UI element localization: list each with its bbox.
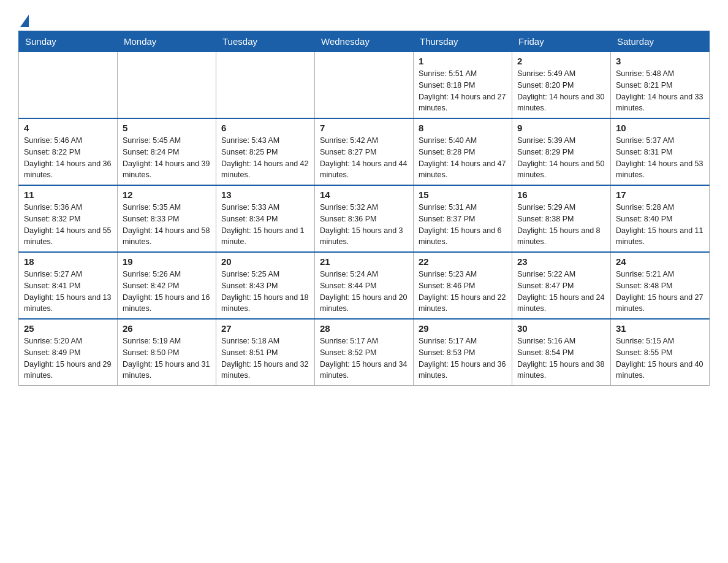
calendar-week-row-1: 1Sunrise: 5:51 AM Sunset: 8:18 PM Daylig… — [19, 52, 710, 119]
day-number: 12 — [123, 190, 211, 200]
day-number: 27 — [221, 323, 309, 334]
calendar-cell: 17Sunrise: 5:28 AM Sunset: 8:40 PM Dayli… — [611, 185, 710, 252]
day-number: 3 — [616, 56, 704, 66]
day-number: 6 — [221, 123, 309, 133]
day-number: 7 — [320, 123, 408, 133]
day-number: 19 — [123, 256, 211, 267]
day-info: Sunrise: 5:28 AM Sunset: 8:40 PM Dayligh… — [616, 202, 704, 248]
calendar-cell: 14Sunrise: 5:32 AM Sunset: 8:36 PM Dayli… — [315, 185, 414, 252]
calendar-cell: 22Sunrise: 5:23 AM Sunset: 8:46 PM Dayli… — [414, 252, 512, 319]
calendar-cell: 29Sunrise: 5:17 AM Sunset: 8:53 PM Dayli… — [414, 319, 512, 386]
calendar-cell: 20Sunrise: 5:25 AM Sunset: 8:43 PM Dayli… — [216, 252, 315, 319]
calendar-cell: 2Sunrise: 5:49 AM Sunset: 8:20 PM Daylig… — [512, 52, 611, 119]
calendar-week-row-4: 18Sunrise: 5:27 AM Sunset: 8:41 PM Dayli… — [19, 252, 710, 319]
calendar-cell: 30Sunrise: 5:16 AM Sunset: 8:54 PM Dayli… — [512, 319, 611, 386]
calendar-cell: 7Sunrise: 5:42 AM Sunset: 8:27 PM Daylig… — [315, 118, 414, 185]
day-number: 18 — [24, 256, 112, 267]
calendar-table: SundayMondayTuesdayWednesdayThursdayFrid… — [18, 31, 710, 386]
day-number: 24 — [616, 256, 704, 267]
day-number: 26 — [123, 323, 211, 334]
day-info: Sunrise: 5:46 AM Sunset: 8:22 PM Dayligh… — [24, 135, 112, 181]
calendar-cell: 31Sunrise: 5:15 AM Sunset: 8:55 PM Dayli… — [611, 319, 710, 386]
day-number: 31 — [616, 323, 704, 334]
calendar-cell: 6Sunrise: 5:43 AM Sunset: 8:25 PM Daylig… — [216, 118, 315, 185]
day-info: Sunrise: 5:15 AM Sunset: 8:55 PM Dayligh… — [616, 335, 704, 381]
day-number: 10 — [616, 123, 704, 133]
calendar-cell: 26Sunrise: 5:19 AM Sunset: 8:50 PM Dayli… — [118, 319, 216, 386]
calendar-cell: 5Sunrise: 5:45 AM Sunset: 8:24 PM Daylig… — [118, 118, 216, 185]
day-number: 21 — [320, 256, 408, 267]
day-info: Sunrise: 5:22 AM Sunset: 8:47 PM Dayligh… — [517, 269, 605, 315]
day-info: Sunrise: 5:39 AM Sunset: 8:29 PM Dayligh… — [517, 135, 605, 181]
calendar-cell: 10Sunrise: 5:37 AM Sunset: 8:31 PM Dayli… — [611, 118, 710, 185]
day-info: Sunrise: 5:17 AM Sunset: 8:53 PM Dayligh… — [419, 335, 507, 381]
calendar-cell: 11Sunrise: 5:36 AM Sunset: 8:32 PM Dayli… — [19, 185, 118, 252]
day-number: 28 — [320, 323, 408, 334]
calendar-cell: 9Sunrise: 5:39 AM Sunset: 8:29 PM Daylig… — [512, 118, 611, 185]
day-info: Sunrise: 5:43 AM Sunset: 8:25 PM Dayligh… — [221, 135, 309, 181]
day-info: Sunrise: 5:27 AM Sunset: 8:41 PM Dayligh… — [24, 269, 112, 315]
weekday-header-monday: Monday — [118, 31, 216, 52]
calendar-cell: 15Sunrise: 5:31 AM Sunset: 8:37 PM Dayli… — [414, 185, 512, 252]
calendar-cell: 28Sunrise: 5:17 AM Sunset: 8:52 PM Dayli… — [315, 319, 414, 386]
calendar-week-row-2: 4Sunrise: 5:46 AM Sunset: 8:22 PM Daylig… — [19, 118, 710, 185]
day-number: 14 — [320, 190, 408, 200]
day-info: Sunrise: 5:42 AM Sunset: 8:27 PM Dayligh… — [320, 135, 408, 181]
day-info: Sunrise: 5:24 AM Sunset: 8:44 PM Dayligh… — [320, 269, 408, 315]
weekday-header-tuesday: Tuesday — [216, 31, 315, 52]
day-info: Sunrise: 5:16 AM Sunset: 8:54 PM Dayligh… — [517, 335, 605, 381]
day-info: Sunrise: 5:18 AM Sunset: 8:51 PM Dayligh… — [221, 335, 309, 381]
logo-top — [18, 12, 29, 27]
day-info: Sunrise: 5:17 AM Sunset: 8:52 PM Dayligh… — [320, 335, 408, 381]
day-info: Sunrise: 5:51 AM Sunset: 8:18 PM Dayligh… — [419, 68, 507, 114]
day-info: Sunrise: 5:26 AM Sunset: 8:42 PM Dayligh… — [123, 269, 211, 315]
day-info: Sunrise: 5:31 AM Sunset: 8:37 PM Dayligh… — [419, 202, 507, 248]
day-info: Sunrise: 5:49 AM Sunset: 8:20 PM Dayligh… — [517, 68, 605, 114]
day-number: 17 — [616, 190, 704, 200]
calendar-cell — [216, 52, 315, 119]
day-info: Sunrise: 5:48 AM Sunset: 8:21 PM Dayligh… — [616, 68, 704, 114]
day-number: 25 — [24, 323, 112, 334]
day-number: 23 — [517, 256, 605, 267]
calendar-week-row-3: 11Sunrise: 5:36 AM Sunset: 8:32 PM Dayli… — [19, 185, 710, 252]
calendar-cell: 24Sunrise: 5:21 AM Sunset: 8:48 PM Dayli… — [611, 252, 710, 319]
day-info: Sunrise: 5:45 AM Sunset: 8:24 PM Dayligh… — [123, 135, 211, 181]
calendar-cell: 18Sunrise: 5:27 AM Sunset: 8:41 PM Dayli… — [19, 252, 118, 319]
calendar-cell: 19Sunrise: 5:26 AM Sunset: 8:42 PM Dayli… — [118, 252, 216, 319]
day-info: Sunrise: 5:25 AM Sunset: 8:43 PM Dayligh… — [221, 269, 309, 315]
page-header — [18, 12, 710, 25]
day-number: 5 — [123, 123, 211, 133]
day-info: Sunrise: 5:35 AM Sunset: 8:33 PM Dayligh… — [123, 202, 211, 248]
day-number: 2 — [517, 56, 605, 66]
calendar-cell: 3Sunrise: 5:48 AM Sunset: 8:21 PM Daylig… — [611, 52, 710, 119]
day-number: 9 — [517, 123, 605, 133]
calendar-cell — [315, 52, 414, 119]
day-number: 30 — [517, 323, 605, 334]
day-info: Sunrise: 5:29 AM Sunset: 8:38 PM Dayligh… — [517, 202, 605, 248]
calendar-cell: 8Sunrise: 5:40 AM Sunset: 8:28 PM Daylig… — [414, 118, 512, 185]
day-number: 8 — [419, 123, 507, 133]
calendar-cell: 23Sunrise: 5:22 AM Sunset: 8:47 PM Dayli… — [512, 252, 611, 319]
calendar-cell: 16Sunrise: 5:29 AM Sunset: 8:38 PM Dayli… — [512, 185, 611, 252]
day-number: 11 — [24, 190, 112, 200]
weekday-header-friday: Friday — [512, 31, 611, 52]
weekday-header-wednesday: Wednesday — [315, 31, 414, 52]
calendar-cell: 27Sunrise: 5:18 AM Sunset: 8:51 PM Dayli… — [216, 319, 315, 386]
day-info: Sunrise: 5:23 AM Sunset: 8:46 PM Dayligh… — [419, 269, 507, 315]
calendar-week-row-5: 25Sunrise: 5:20 AM Sunset: 8:49 PM Dayli… — [19, 319, 710, 386]
calendar-cell: 21Sunrise: 5:24 AM Sunset: 8:44 PM Dayli… — [315, 252, 414, 319]
day-number: 15 — [419, 190, 507, 200]
calendar-cell — [118, 52, 216, 119]
day-number: 1 — [419, 56, 507, 66]
calendar-cell: 25Sunrise: 5:20 AM Sunset: 8:49 PM Dayli… — [19, 319, 118, 386]
day-info: Sunrise: 5:36 AM Sunset: 8:32 PM Dayligh… — [24, 202, 112, 248]
weekday-header-row: SundayMondayTuesdayWednesdayThursdayFrid… — [19, 31, 710, 52]
day-number: 4 — [24, 123, 112, 133]
weekday-header-sunday: Sunday — [19, 31, 118, 52]
day-info: Sunrise: 5:33 AM Sunset: 8:34 PM Dayligh… — [221, 202, 309, 248]
weekday-header-saturday: Saturday — [611, 31, 710, 52]
logo — [18, 12, 29, 25]
calendar-cell: 13Sunrise: 5:33 AM Sunset: 8:34 PM Dayli… — [216, 185, 315, 252]
calendar-cell — [19, 52, 118, 119]
weekday-header-thursday: Thursday — [414, 31, 512, 52]
